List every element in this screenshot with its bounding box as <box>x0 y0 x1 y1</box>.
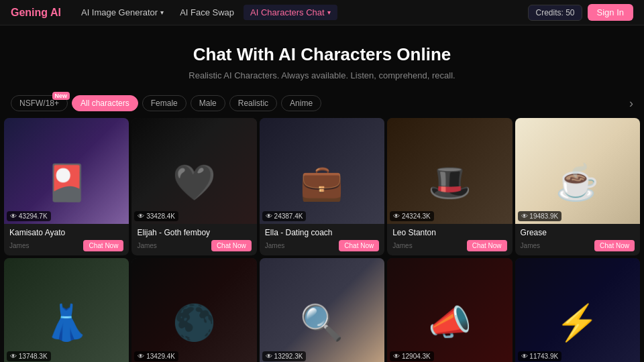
character-image: 💼👁 24387.4K <box>260 118 384 224</box>
nav-face-swap[interactable]: AI Face Swap <box>173 5 241 20</box>
character-image: 🎴👁 43294.7K <box>4 118 129 224</box>
view-count: 👁 24324.3K <box>390 211 434 221</box>
navbar: Gening AI AI Image Generator ▾ AI Face S… <box>0 0 644 25</box>
chat-now-button[interactable]: Chat Now <box>211 240 252 251</box>
character-image: 🖤👁 33428.4K <box>131 118 256 224</box>
view-count: 👁 12904.3K <box>390 351 434 361</box>
logo-text: Gening <box>11 7 50 18</box>
character-name: Elijah - Goth femboy <box>137 228 251 237</box>
view-count: 👁 24387.4K <box>262 211 307 221</box>
character-author: James <box>521 242 540 249</box>
chat-now-button[interactable]: Chat Now <box>83 240 123 251</box>
nav-image-generator[interactable]: AI Image Generator ▾ <box>74 5 170 20</box>
character-footer: JamesChat Now <box>265 240 379 251</box>
view-count: 👁 13429.4K <box>134 351 178 361</box>
filter-btn-anime[interactable]: Anime <box>281 95 321 111</box>
filter-btn-nsfw-18+[interactable]: NSFW/18+New <box>11 95 68 111</box>
character-card[interactable]: 📣👁 12904.3KBully CheerleaderJamesChat No… <box>387 258 512 362</box>
hero-subtitle: Realistic AI Characters. Always availabl… <box>11 70 633 80</box>
character-card[interactable]: 🖤👁 33428.4KElijah - Goth femboyJamesChat… <box>131 118 256 255</box>
logo-accent: AI <box>50 7 61 18</box>
credits-badge: Credits: 50 <box>528 5 582 21</box>
character-author: James <box>137 242 156 249</box>
characters-grid: 🎴👁 43294.7KKamisato AyatoJamesChat Now🖤👁… <box>0 118 644 362</box>
character-footer: JamesChat Now <box>392 240 506 251</box>
character-author: James <box>392 242 412 249</box>
character-card[interactable]: 🔍👁 13292.3KA Detective Obsessed With You… <box>260 258 384 362</box>
filter-bar: NSFW/18+NewAll charactersFemaleMaleReali… <box>0 91 644 118</box>
character-card[interactable]: ☕👁 19483.9KGreaseJamesChat Now <box>515 118 640 255</box>
chat-now-button[interactable]: Chat Now <box>467 240 507 251</box>
filter-btn-realistic[interactable]: Realistic <box>229 95 277 111</box>
nav-links: AI Image Generator ▾ AI Face Swap AI Cha… <box>74 5 523 20</box>
character-image: ⚡👁 11743.9K <box>515 258 640 362</box>
character-card[interactable]: ⚡👁 11743.9Kyounger brotherJamesChat Now <box>515 258 640 362</box>
nav-characters-chat[interactable]: AI Characters Chat ▾ <box>244 5 337 20</box>
character-info: Ella - Dating coachJamesChat Now <box>260 224 384 255</box>
character-image: ☕👁 19483.9K <box>515 118 640 224</box>
filter-btn-all-characters[interactable]: All characters <box>72 95 138 111</box>
nav-right: Credits: 50 Sign In <box>528 4 633 21</box>
character-image: 👗👁 13748.3K <box>4 258 129 362</box>
view-count: 👁 13292.3K <box>262 351 307 361</box>
character-card[interactable]: 💼👁 24387.4KElla - Dating coachJamesChat … <box>260 118 384 255</box>
character-card[interactable]: 🎴👁 43294.7KKamisato AyatoJamesChat Now <box>4 118 129 255</box>
character-info: Leo StantonJamesChat Now <box>387 224 512 255</box>
logo[interactable]: Gening AI <box>11 7 61 19</box>
character-card[interactable]: 👗👁 13748.3KJuliette DuboisJamesChat Now <box>4 258 129 362</box>
character-image: 🎩👁 24324.3K <box>387 118 512 224</box>
character-card[interactable]: 🌑👁 13429.4KSerial Killer HusbandJamesCha… <box>131 258 256 362</box>
chat-now-button[interactable]: Chat Now <box>594 240 635 251</box>
character-image: 📣👁 12904.3K <box>387 258 512 362</box>
view-count: 👁 19483.9K <box>518 211 562 221</box>
character-footer: JamesChat Now <box>9 240 123 251</box>
character-info: GreaseJamesChat Now <box>515 224 640 255</box>
view-count: 👁 11743.9K <box>518 351 562 361</box>
character-image: 🌑👁 13429.4K <box>131 258 256 362</box>
character-author: James <box>9 242 29 249</box>
character-card[interactable]: 🎩👁 24324.3KLeo StantonJamesChat Now <box>387 118 512 255</box>
character-name: Grease <box>521 228 635 237</box>
character-name: Ella - Dating coach <box>265 228 379 237</box>
character-name: Leo Stanton <box>392 228 506 237</box>
signin-button[interactable]: Sign In <box>588 4 633 21</box>
hero-title: Chat With AI Characters Online <box>11 44 633 65</box>
filter-chevron-right[interactable]: › <box>629 97 633 111</box>
character-footer: JamesChat Now <box>137 240 251 251</box>
view-count: 👁 43294.7K <box>7 211 51 221</box>
view-count: 👁 13748.3K <box>7 351 51 361</box>
hero-section: Chat With AI Characters Online Realistic… <box>0 25 644 91</box>
chat-now-button[interactable]: Chat Now <box>339 240 379 251</box>
character-info: Elijah - Goth femboyJamesChat Now <box>131 224 256 255</box>
chevron-down-icon: ▾ <box>160 9 164 16</box>
chevron-down-icon-2: ▾ <box>327 9 331 16</box>
filter-btn-male[interactable]: Male <box>191 95 225 111</box>
filter-btn-female[interactable]: Female <box>142 95 186 111</box>
character-author: James <box>265 242 284 249</box>
character-image: 🔍👁 13292.3K <box>260 258 384 362</box>
view-count: 👁 33428.4K <box>134 211 178 221</box>
character-footer: JamesChat Now <box>521 240 635 251</box>
character-name: Kamisato Ayato <box>9 228 123 237</box>
character-info: Kamisato AyatoJamesChat Now <box>4 224 129 255</box>
